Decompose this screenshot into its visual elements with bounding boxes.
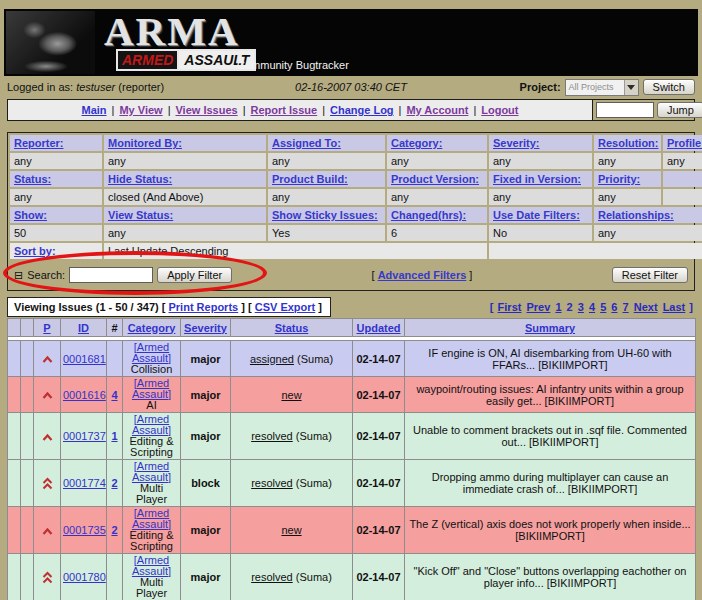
nav-report-issue[interactable]: Report Issue [251, 104, 318, 116]
csv-export-link[interactable]: CSV Export [255, 301, 316, 313]
row-select-cell[interactable] [8, 554, 21, 600]
row-select-cell[interactable] [8, 460, 21, 507]
project-link[interactable]: Armed Assault [132, 341, 169, 364]
filter-monitored-by-value: any [104, 153, 266, 169]
reset-filter-button[interactable]: Reset Filter [612, 267, 688, 283]
banner-photo [6, 11, 95, 74]
header-priority[interactable]: P [34, 319, 61, 337]
banner: ARMA ARMED ASSAULT Community Bugtracker [4, 9, 698, 76]
header-updated[interactable]: Updated [353, 319, 405, 337]
row-select-cell[interactable] [8, 507, 21, 554]
filter-sort-by[interactable]: Sort by: [10, 243, 102, 259]
page-first-link[interactable]: First [498, 301, 522, 313]
note-count-link[interactable]: 4 [111, 389, 117, 401]
page-number-link[interactable]: 1 [555, 301, 561, 313]
issue-id-link[interactable]: 0001774 [63, 477, 106, 489]
filter-status[interactable]: Status: [10, 171, 102, 187]
issue-id-link[interactable]: 0001737 [63, 430, 106, 442]
nav-change-log[interactable]: Change Log [330, 104, 394, 116]
category-name: Multi Player [136, 576, 167, 599]
header-status[interactable]: Status [231, 319, 353, 337]
filter-relationships[interactable]: Relationships: [594, 207, 702, 223]
issue-id-cell: 0001735 [61, 507, 107, 554]
filter-view-status[interactable]: View Status: [104, 207, 266, 223]
filter-reporter[interactable]: Reporter: [10, 135, 102, 151]
filter-product-version[interactable]: Product Version: [387, 171, 487, 187]
collapse-toggle-icon[interactable]: ⊟ [14, 269, 23, 282]
filter-hide-status[interactable]: Hide Status: [104, 171, 266, 187]
page-number-link[interactable]: 4 [589, 301, 595, 313]
filter-profile[interactable]: Profile: [663, 135, 702, 151]
status-link[interactable]: new [281, 389, 301, 401]
priority-cell [34, 377, 61, 413]
header-category[interactable]: Category [123, 319, 181, 337]
severity-cell: major [181, 413, 231, 460]
row-select-cell[interactable] [8, 341, 21, 377]
dropdown-arrow-icon[interactable] [624, 80, 638, 95]
note-count-link[interactable]: 2 [111, 524, 117, 536]
status-link[interactable]: new [281, 524, 301, 536]
jump-issue-input[interactable] [596, 102, 654, 118]
page-next-link[interactable]: Next [634, 301, 658, 313]
project-link[interactable]: Armed Assault [132, 460, 169, 483]
filter-product-version-value: any [387, 189, 487, 205]
page-number-link[interactable]: 7 [623, 301, 629, 313]
filter-resolution[interactable]: Resolution: [594, 135, 661, 151]
project-link[interactable]: Armed Assault [132, 507, 169, 530]
project-link[interactable]: Armed Assault [132, 377, 169, 400]
status-link[interactable]: resolved [251, 430, 293, 442]
status-link[interactable]: resolved [251, 477, 293, 489]
nav-view-issues[interactable]: View Issues [175, 104, 237, 116]
nav-my-account[interactable]: My Account [406, 104, 468, 116]
note-count-link[interactable]: 1 [111, 430, 117, 442]
apply-filter-button[interactable]: Apply Filter [157, 267, 232, 283]
row-select-cell[interactable] [8, 413, 21, 460]
nav-logout[interactable]: Logout [481, 104, 518, 116]
nav-main[interactable]: Main [81, 104, 106, 116]
priority-urgent-icon [42, 571, 53, 584]
issue-id-link[interactable]: 0001735 [63, 524, 106, 536]
search-input[interactable] [69, 267, 153, 283]
nav-my-view[interactable]: My View [119, 104, 162, 116]
filter-show[interactable]: Show: [10, 207, 102, 223]
switch-project-button[interactable]: Switch [643, 79, 695, 95]
issue-id-link[interactable]: 0001616 [63, 389, 106, 401]
filter-product-build[interactable]: Product Build: [268, 171, 385, 187]
header-id[interactable]: ID [61, 319, 107, 337]
filter-assigned-to[interactable]: Assigned To: [268, 135, 385, 151]
page-last-link[interactable]: Last [663, 301, 686, 313]
header-summary[interactable]: Summary [405, 319, 696, 337]
advanced-filters-link[interactable]: Advanced Filters [378, 269, 467, 281]
summary-cell: waypoint/routing issues: AI infantry uni… [405, 377, 696, 413]
print-reports-link[interactable]: Print Reports [169, 301, 239, 313]
status-link[interactable]: resolved [251, 571, 293, 583]
issue-id-link[interactable]: 0001681 [63, 353, 106, 365]
project-link[interactable]: Armed Assault [132, 554, 169, 577]
jump-button[interactable]: Jump [657, 102, 702, 118]
project-link[interactable]: Armed Assault [132, 413, 169, 436]
page-number-link[interactable]: 5 [600, 301, 606, 313]
page-prev-link[interactable]: Prev [527, 301, 551, 313]
issue-id-cell: 0001780 [61, 554, 107, 600]
status-handler: (Suma) [293, 430, 332, 442]
filter-view-status-value: any [104, 225, 266, 241]
filter-changed-hrs[interactable]: Changed(hrs): [387, 207, 487, 223]
filter-priority[interactable]: Priority: [594, 171, 661, 187]
note-count-link[interactable]: 2 [111, 477, 117, 489]
filter-use-date-filters[interactable]: Use Date Filters: [489, 207, 592, 223]
header-severity[interactable]: Severity [181, 319, 231, 337]
row-select-cell[interactable] [8, 377, 21, 413]
priority-cell [34, 413, 61, 460]
page-number-link[interactable]: 6 [611, 301, 617, 313]
status-link[interactable]: assigned [250, 353, 294, 365]
page-number-link[interactable]: 3 [578, 301, 584, 313]
filter-monitored-by[interactable]: Monitored By: [104, 135, 266, 151]
filter-severity[interactable]: Severity: [489, 135, 592, 151]
project-select[interactable]: All Projects [565, 79, 639, 96]
filter-fixed-in-version[interactable]: Fixed in Version: [489, 171, 592, 187]
page-number-link[interactable]: 2 [567, 301, 573, 313]
filter-category[interactable]: Category: [387, 135, 487, 151]
filter-show-sticky[interactable]: Show Sticky Issues: [268, 207, 385, 223]
project-select-value: All Projects [569, 82, 614, 92]
issue-id-link[interactable]: 0001780 [63, 571, 106, 583]
